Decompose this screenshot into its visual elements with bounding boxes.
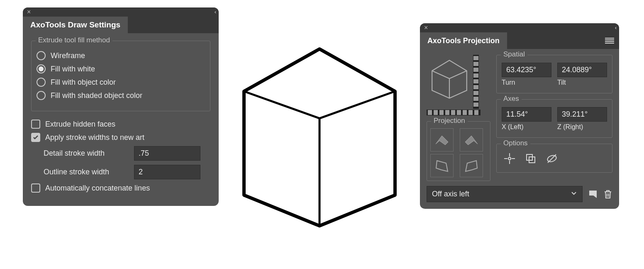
draw-settings-tab[interactable]: AxoTools Draw Settings bbox=[23, 17, 128, 33]
preview-column: Projection bbox=[427, 55, 490, 181]
top-section: Projection bbox=[427, 55, 612, 181]
footer-row: Off axis left bbox=[427, 186, 612, 202]
outline-stroke-input[interactable] bbox=[134, 165, 200, 179]
save-preset-icon[interactable] bbox=[588, 190, 598, 199]
values-column: Spatial Turn Tilt Axes bbox=[496, 55, 612, 181]
projection-front-button[interactable] bbox=[460, 154, 483, 177]
radio-icon bbox=[37, 64, 46, 73]
x-axis-input[interactable] bbox=[502, 107, 551, 122]
radio-label: Fill with white bbox=[51, 65, 95, 73]
detail-stroke-row: Detail stroke width bbox=[44, 146, 210, 161]
preset-dropdown[interactable]: Off axis left bbox=[427, 186, 583, 202]
radio-label: Wireframe bbox=[51, 51, 85, 60]
fill-method-legend: Extrude tool fill method bbox=[36, 36, 112, 44]
checkbox-icon bbox=[31, 120, 40, 129]
close-icon[interactable]: × bbox=[27, 8, 31, 16]
hamburger-icon bbox=[605, 38, 614, 44]
checkbox-extrude-hidden[interactable]: Extrude hidden faces bbox=[31, 120, 210, 129]
z-axis-label: Z (Right) bbox=[557, 123, 607, 131]
ellipse-axes-icon[interactable] bbox=[546, 152, 558, 165]
panel-body: Projection bbox=[420, 49, 619, 209]
options-legend: Options bbox=[501, 139, 530, 147]
tilt-input[interactable] bbox=[557, 63, 607, 77]
fill-method-fieldset: Extrude tool fill method Wireframe Fill … bbox=[31, 41, 210, 111]
cube-illustration bbox=[232, 37, 407, 232]
radio-icon bbox=[37, 78, 46, 87]
projection-panel: × ‹‹ AxoTools Projection bbox=[420, 23, 619, 209]
x-axis-label: X (Left) bbox=[502, 123, 551, 131]
panel-header: × ‹‹ bbox=[420, 23, 619, 32]
axes-legend: Axes bbox=[501, 95, 522, 103]
checkbox-icon bbox=[31, 133, 40, 142]
tab-row: AxoTools Projection bbox=[420, 32, 619, 49]
checkbox-label: Automatically concatenate lines bbox=[45, 184, 150, 193]
projection-left-button[interactable] bbox=[430, 154, 454, 177]
checkbox-label: Extrude hidden faces bbox=[45, 120, 115, 129]
spatial-fieldset: Spatial Turn Tilt bbox=[496, 55, 612, 93]
checkbox-label: Apply stroke widths to new art bbox=[45, 133, 144, 142]
radio-wireframe[interactable]: Wireframe bbox=[37, 51, 205, 60]
radio-icon bbox=[37, 91, 46, 100]
tilt-ruler[interactable] bbox=[473, 55, 479, 109]
tilt-label: Tilt bbox=[557, 79, 607, 86]
projection-tab[interactable]: AxoTools Projection bbox=[420, 32, 507, 49]
radio-icon bbox=[37, 51, 46, 60]
draw-settings-panel: × ‹‹ AxoTools Draw Settings Extrude tool… bbox=[23, 7, 219, 206]
turn-ruler[interactable] bbox=[427, 110, 481, 115]
projection-legend: Projection bbox=[431, 117, 468, 125]
spatial-legend: Spatial bbox=[501, 50, 527, 59]
tab-row: AxoTools Draw Settings bbox=[23, 17, 219, 33]
axes-fieldset: Axes X (Left) Z (Right) bbox=[496, 99, 612, 138]
panel-menu-button[interactable] bbox=[600, 38, 619, 44]
projection-grid bbox=[430, 125, 487, 177]
checkbox-concat[interactable]: Automatically concatenate lines bbox=[31, 183, 210, 193]
radio-label: Fill with object color bbox=[51, 78, 116, 87]
svg-rect-13 bbox=[589, 191, 597, 196]
z-axis-input[interactable] bbox=[557, 107, 607, 122]
radio-fill-shaded[interactable]: Fill with shaded object color bbox=[37, 91, 205, 100]
radio-fill-object-color[interactable]: Fill with object color bbox=[37, 78, 205, 87]
turn-label: Turn bbox=[502, 79, 551, 86]
close-icon[interactable]: × bbox=[424, 24, 428, 32]
panel-header: × ‹‹ bbox=[23, 7, 219, 17]
radio-label: Fill with shaded object color bbox=[51, 91, 142, 100]
checkbox-icon bbox=[31, 183, 40, 193]
detail-stroke-input[interactable] bbox=[134, 146, 200, 161]
detail-stroke-label: Detail stroke width bbox=[44, 149, 127, 158]
projection-fieldset: Projection bbox=[427, 121, 490, 181]
outline-stroke-row: Outline stroke width bbox=[44, 165, 210, 179]
copy-icon[interactable] bbox=[525, 153, 537, 164]
chevron-down-icon bbox=[571, 190, 577, 198]
projection-right-button[interactable] bbox=[460, 128, 483, 152]
cube-preview bbox=[427, 55, 472, 100]
outline-stroke-label: Outline stroke width bbox=[44, 168, 127, 176]
dropdown-value: Off axis left bbox=[432, 190, 469, 198]
checkbox-apply-stroke[interactable]: Apply stroke widths to new art bbox=[31, 133, 210, 142]
projection-top-button[interactable] bbox=[430, 128, 454, 152]
center-point-icon[interactable] bbox=[503, 152, 516, 165]
turn-input[interactable] bbox=[502, 63, 551, 77]
preview-row bbox=[427, 55, 490, 109]
svg-marker-14 bbox=[593, 196, 597, 198]
options-fieldset: Options bbox=[496, 144, 612, 173]
trash-icon[interactable] bbox=[603, 189, 612, 199]
svg-point-4 bbox=[508, 157, 511, 160]
panel-body: Extrude tool fill method Wireframe Fill … bbox=[23, 33, 219, 206]
radio-fill-white[interactable]: Fill with white bbox=[37, 64, 205, 73]
